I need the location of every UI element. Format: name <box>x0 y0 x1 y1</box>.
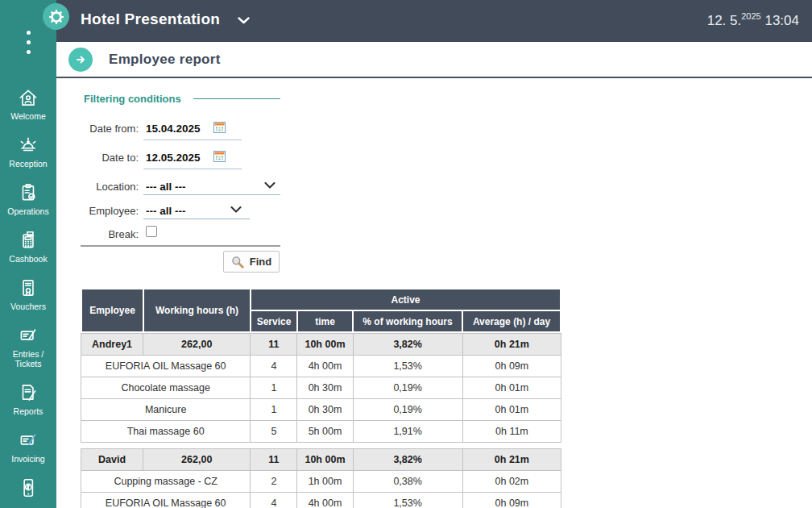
time-cell: 1h 00m <box>297 471 353 493</box>
calendar-icon[interactable] <box>213 122 226 133</box>
col-time: time <box>297 310 353 332</box>
summary-row: David262,001110h 00m3,82%0h 21m <box>81 449 561 471</box>
bell-icon <box>17 134 39 156</box>
sidebar-item-label: Cashbook <box>9 254 47 264</box>
page-arrow-button[interactable] <box>68 48 93 72</box>
filter-section-title: Filtering conditions <box>84 93 181 105</box>
calendar-icon[interactable] <box>213 151 226 162</box>
service-name-cell: Manicure <box>81 399 251 421</box>
employee-name-cell: Andrey1 <box>81 334 143 356</box>
service-count-cell: 4 <box>251 356 297 377</box>
invoice-pencil-icon <box>17 429 39 452</box>
chevron-down-icon[interactable] <box>230 206 242 213</box>
service-name-cell: Chocolate massage <box>81 377 251 399</box>
employee-underline <box>143 219 250 219</box>
col-active-group: Active <box>251 289 561 310</box>
break-row: Break: <box>56 226 139 242</box>
time-cell: 5h 00m <box>297 421 353 443</box>
sidebar: WelcomeReceptionOperationsCashbookVouche… <box>0 0 56 508</box>
gear-icon <box>48 8 65 26</box>
sidebar-item-reception[interactable]: Reception <box>0 134 56 169</box>
service-name-cell: EUFORIA OIL Massage 60 <box>81 356 251 377</box>
datetime-display: 12. 5.2025 13:04 <box>707 11 799 29</box>
break-checkbox[interactable] <box>146 226 157 237</box>
detail-row: EUFORIA OIL Massage 6044h 00m1,53%0h 09m <box>81 356 561 377</box>
cash-register-icon <box>17 229 39 252</box>
sidebar-item-label: Reception <box>9 159 47 169</box>
working-hours-cell: 262,00 <box>143 334 251 356</box>
sidebar-item-entries-tickets[interactable]: Entries / Tickets <box>0 324 56 369</box>
sidebar-item-label: Entries / Tickets <box>13 349 44 369</box>
avg-cell: 0h 21m <box>462 449 561 471</box>
chevron-down-icon <box>238 17 250 24</box>
sidebar-item-reports[interactable]: Reports <box>0 381 56 416</box>
date-text: 12. 5. <box>707 13 742 28</box>
employee-group-david: David262,001110h 00m3,82%0h 21mCupping m… <box>81 448 561 508</box>
chevron-down-icon[interactable] <box>264 182 276 189</box>
service-name-cell: Thai massage 60 <box>81 421 251 443</box>
sidebar-item-vouchers[interactable]: Vouchers <box>0 277 56 311</box>
more-menu-icon[interactable] <box>27 31 31 60</box>
filter-divider <box>81 245 280 247</box>
service-count-cell: 5 <box>251 421 297 443</box>
detail-row: Chocolate massage10h 30m0,19%0h 01m <box>81 377 561 399</box>
arrow-right-icon <box>74 53 87 66</box>
avg-cell: 0h 01m <box>462 399 561 421</box>
year-text: 2025 <box>741 11 760 21</box>
home-icon <box>17 86 39 109</box>
time-cell: 4h 00m <box>297 493 353 508</box>
col-avg: Average (h) / day <box>462 310 561 332</box>
avg-cell: 0h 21m <box>462 334 561 356</box>
date-to-input[interactable]: 12.05.2025 <box>146 152 201 164</box>
sidebar-item-label: Welcome <box>10 111 46 121</box>
service-count-cell: 2 <box>251 471 297 493</box>
service-name-cell: Cupping massage - CZ <box>81 471 251 493</box>
settings-gear-icon[interactable] <box>43 3 69 30</box>
find-button[interactable]: Find <box>223 251 280 273</box>
sidebar-item-welcome[interactable]: Welcome <box>0 86 56 121</box>
service-count-cell: 11 <box>251 449 297 471</box>
app-title: Hotel Presentation <box>81 10 220 28</box>
employee-row: Employee: --- all --- <box>56 202 139 219</box>
report-pencil-icon <box>17 381 39 404</box>
break-label: Break: <box>56 228 139 240</box>
service-count-cell: 4 <box>251 493 297 508</box>
mobile-payment-icon <box>17 477 39 499</box>
employee-name-cell: David <box>81 449 143 471</box>
detail-row: Thai massage 6055h 00m1,91%0h 11m <box>81 421 561 443</box>
location-underline <box>143 194 280 195</box>
col-service: Service <box>251 310 297 332</box>
employee-select[interactable]: --- all --- <box>146 205 186 217</box>
pct-cell: 1,53% <box>353 356 462 377</box>
app-title-dropdown[interactable]: Hotel Presentation <box>81 10 250 28</box>
sidebar-item-label: Invoicing <box>11 454 44 464</box>
pct-cell: 0,19% <box>353 377 462 399</box>
detail-row: EUFORIA OIL Massage 6044h 00m1,53%0h 09m <box>81 493 561 508</box>
col-pct: % of working hours <box>353 310 462 332</box>
service-count-cell: 1 <box>251 399 297 421</box>
employee-report-table: Employee Working hours (h) Active Servic… <box>81 288 564 508</box>
find-button-label: Find <box>250 256 271 268</box>
pct-cell: 3,82% <box>353 334 462 356</box>
date-to-underline <box>143 169 242 169</box>
group-gap <box>81 443 564 448</box>
sidebar-item-mobile-payment[interactable] <box>0 477 56 499</box>
location-select[interactable]: --- all --- <box>146 181 186 193</box>
date-from-input[interactable]: 15.04.2025 <box>146 123 201 135</box>
employee-label: Employee: <box>56 205 139 217</box>
pct-cell: 1,91% <box>353 421 462 443</box>
table-groups: Andrey1262,001110h 00m3,82%0h 21mEUFORIA… <box>81 333 564 508</box>
pct-cell: 1,53% <box>353 493 462 508</box>
sidebar-item-invoicing[interactable]: Invoicing <box>0 429 56 464</box>
time-cell: 10h 00m <box>297 334 353 356</box>
avg-cell: 0h 09m <box>462 356 561 377</box>
page-title-bar: Employee report <box>56 42 812 78</box>
summary-row: Andrey1262,001110h 00m3,82%0h 21m <box>81 334 561 356</box>
working-hours-cell: 262,00 <box>143 449 251 471</box>
location-row: Location: --- all --- <box>56 178 139 194</box>
time-cell: 10h 00m <box>297 449 353 471</box>
time-cell: 4h 00m <box>297 356 353 377</box>
sidebar-item-operations[interactable]: Operations <box>0 181 56 216</box>
entries-pencil-icon <box>17 324 39 347</box>
sidebar-item-cashbook[interactable]: Cashbook <box>0 229 56 264</box>
